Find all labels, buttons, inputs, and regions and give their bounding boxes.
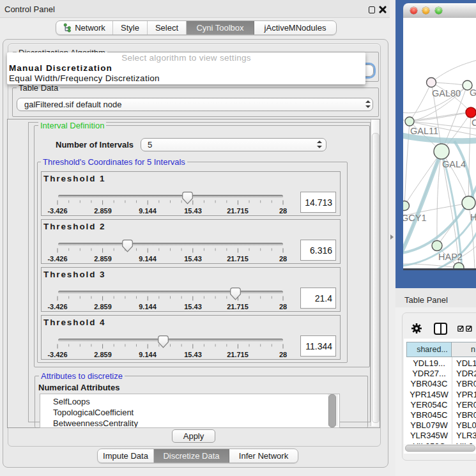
svg-text:CY: CY	[472, 118, 476, 128]
svg-text:HA: HA	[470, 212, 476, 222]
svg-text:GAL80: GAL80	[432, 88, 461, 98]
svg-text:GCY1: GCY1	[403, 213, 427, 223]
svg-text:GAL11: GAL11	[410, 126, 438, 136]
svg-text:HAP2: HAP2	[438, 252, 463, 262]
svg-text:GA: GA	[470, 88, 476, 98]
svg-text:GAL4: GAL4	[442, 159, 466, 169]
